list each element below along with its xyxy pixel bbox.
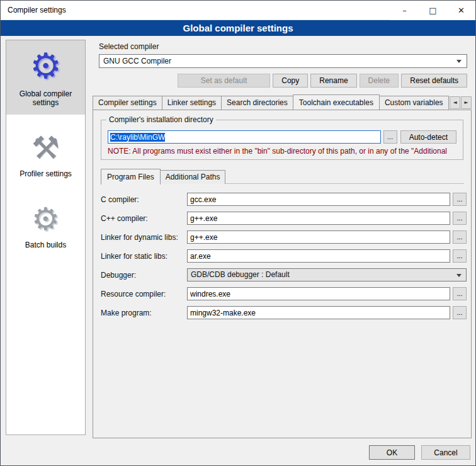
- linker-dynamic-label: Linker for dynamic libs:: [101, 233, 187, 242]
- compiler-buttons-row: Set as default Copy Rename Delete Reset …: [99, 74, 467, 88]
- installation-directory-groupbox: Compiler's installation directory C:\ray…: [101, 120, 463, 160]
- resource-compiler-row: Resource compiler: ...: [101, 287, 467, 300]
- installation-directory-row: C:\raylib\MinGW ... Auto-detect: [108, 130, 456, 144]
- tab-linker-settings[interactable]: Linker settings: [162, 96, 222, 110]
- cpp-compiler-browse-button[interactable]: ...: [453, 212, 467, 225]
- gears-icon: ⚙: [9, 202, 82, 237]
- set-as-default-button[interactable]: Set as default: [178, 74, 270, 88]
- tab-scroll-right-icon[interactable]: ►: [461, 96, 472, 109]
- installation-directory-group-title: Compiler's installation directory: [106, 115, 216, 124]
- ok-button[interactable]: OK: [369, 445, 415, 460]
- maximize-icon[interactable]: □: [419, 1, 447, 20]
- dialog-content: ⚙ Global compiler settings ⚒ Profiler se…: [1, 37, 475, 465]
- close-icon[interactable]: ✕: [447, 1, 475, 20]
- resource-compiler-label: Resource compiler:: [101, 290, 187, 298]
- linker-static-browse-button[interactable]: ...: [453, 249, 467, 263]
- program-files-panel: C compiler: ... C++ compiler: ... Linker…: [93, 184, 471, 319]
- make-program-row: Make program: ...: [101, 306, 467, 319]
- tab-custom-variables[interactable]: Custom variables: [379, 96, 449, 110]
- delete-button[interactable]: Delete: [360, 74, 399, 88]
- resource-compiler-input[interactable]: [187, 287, 450, 300]
- selected-compiler-label: Selected compiler: [99, 42, 467, 51]
- tab-additional-paths[interactable]: Additional Paths: [160, 170, 226, 184]
- sidebar-item-label: Profiler settings: [9, 169, 82, 178]
- chevron-down-icon: [456, 60, 462, 63]
- linker-static-input[interactable]: [187, 249, 450, 263]
- cpp-compiler-input[interactable]: [187, 212, 450, 225]
- c-compiler-input[interactable]: [187, 193, 450, 206]
- installation-directory-value: C:\raylib\MinGW: [110, 133, 165, 142]
- cancel-button[interactable]: Cancel: [421, 445, 470, 460]
- sidebar-item-profiler-settings[interactable]: ⚒ Profiler settings: [6, 125, 85, 186]
- cpp-compiler-row: C++ compiler: ...: [101, 212, 467, 225]
- dialog-banner: Global compiler settings: [1, 20, 475, 36]
- bin-subdirectory-note: NOTE: All programs must exist either in …: [108, 147, 456, 156]
- linker-static-label: Linker for static libs:: [101, 252, 187, 261]
- tab-program-files[interactable]: Program Files: [101, 169, 161, 185]
- tabs-row: Compiler settings Linker settings Search…: [93, 94, 449, 110]
- tab-scroll-left-icon[interactable]: ◄: [450, 96, 460, 109]
- make-program-browse-button[interactable]: ...: [453, 306, 467, 319]
- rename-button[interactable]: Rename: [310, 74, 356, 88]
- debugger-label: Debugger:: [101, 271, 187, 280]
- tab-build-options[interactable]: Buil: [448, 96, 449, 110]
- tab-scroll-buttons: ◄ ►: [450, 96, 472, 109]
- sidebar-item-label: Batch builds: [9, 241, 82, 249]
- linker-dynamic-input[interactable]: [187, 230, 450, 244]
- settings-tabstrip: Compiler settings Linker settings Search…: [93, 94, 472, 110]
- make-program-label: Make program:: [101, 309, 187, 317]
- linker-dynamic-row: Linker for dynamic libs: ...: [101, 230, 467, 244]
- selected-compiler-dropdown[interactable]: GNU GCC Compiler: [99, 54, 467, 68]
- c-compiler-browse-button[interactable]: ...: [453, 193, 467, 206]
- settings-sidebar: ⚙ Global compiler settings ⚒ Profiler se…: [6, 40, 86, 435]
- hammer-icon: ⚒: [9, 131, 82, 166]
- browse-directory-button[interactable]: ...: [383, 130, 397, 144]
- debugger-dropdown[interactable]: GDB/CDB debugger : Default: [187, 268, 467, 281]
- dialog-footer: OK Cancel: [369, 445, 470, 460]
- program-files-tabstrip: Program Files Additional Paths: [101, 169, 471, 184]
- tab-compiler-settings[interactable]: Compiler settings: [93, 96, 162, 110]
- debugger-value: GDB/CDB debugger : Default: [191, 270, 290, 279]
- auto-detect-button[interactable]: Auto-detect: [400, 130, 456, 144]
- copy-button[interactable]: Copy: [273, 74, 308, 88]
- c-compiler-row: C compiler: ...: [101, 193, 467, 206]
- debugger-row: Debugger: GDB/CDB debugger : Default: [101, 268, 467, 281]
- toolchain-executables-panel: Compiler's installation directory C:\ray…: [93, 110, 472, 438]
- make-program-input[interactable]: [187, 306, 450, 319]
- reset-defaults-button[interactable]: Reset defaults: [401, 74, 467, 88]
- sidebar-item-batch-builds[interactable]: ⚙ Batch builds: [6, 196, 85, 257]
- cpp-compiler-label: C++ compiler:: [101, 214, 187, 223]
- installation-directory-input[interactable]: C:\raylib\MinGW: [108, 130, 381, 144]
- main-panel: Selected compiler GNU GCC Compiler Set a…: [93, 40, 472, 438]
- gear-icon: ⚙: [9, 47, 82, 86]
- c-compiler-label: C compiler:: [101, 195, 187, 204]
- selected-compiler-value: GNU GCC Compiler: [103, 57, 171, 65]
- tab-search-directories[interactable]: Search directories: [221, 96, 293, 110]
- sidebar-item-global-compiler-settings[interactable]: ⚙ Global compiler settings: [6, 40, 85, 115]
- resource-compiler-browse-button[interactable]: ...: [453, 287, 467, 300]
- title-bar: Compiler settings – □ ✕: [1, 1, 475, 20]
- chevron-down-icon: [456, 274, 462, 277]
- linker-static-row: Linker for static libs: ...: [101, 249, 467, 263]
- minimize-icon[interactable]: –: [390, 1, 419, 20]
- window-title: Compiler settings: [1, 6, 66, 14]
- sidebar-item-label: Global compiler settings: [9, 89, 82, 107]
- selected-compiler-section: Selected compiler GNU GCC Compiler Set a…: [93, 40, 472, 88]
- linker-dynamic-browse-button[interactable]: ...: [453, 230, 467, 244]
- tab-toolchain-executables[interactable]: Toolchain executables: [293, 94, 380, 110]
